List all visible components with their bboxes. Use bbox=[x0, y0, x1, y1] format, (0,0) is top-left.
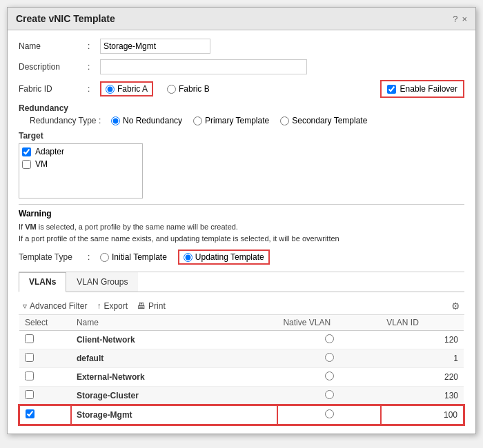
enable-failover-checkbox[interactable] bbox=[387, 85, 396, 94]
help-icon[interactable]: ? bbox=[453, 14, 457, 24]
primary-template-radio[interactable] bbox=[193, 116, 202, 125]
initial-template-radio[interactable] bbox=[100, 253, 109, 262]
updating-template-option[interactable]: Updating Template bbox=[178, 250, 270, 265]
fabric-id-label: Fabric ID bbox=[19, 84, 88, 94]
row-select-cell[interactable] bbox=[19, 387, 71, 406]
no-redundancy-label: No Redundancy bbox=[123, 116, 182, 125]
vm-checkbox[interactable] bbox=[22, 160, 31, 169]
row-checkbox[interactable] bbox=[25, 334, 34, 343]
native-vlan-radio[interactable] bbox=[325, 353, 334, 362]
row-vlan-id-cell: 220 bbox=[381, 368, 464, 387]
advanced-filter-btn[interactable]: ▿ Advanced Filter bbox=[23, 301, 87, 311]
export-btn[interactable]: ↑ Export bbox=[97, 301, 128, 311]
row-name-cell: Storage-Mgmt bbox=[71, 405, 278, 425]
row-select-cell[interactable] bbox=[19, 331, 71, 349]
redundancy-label: Redundancy bbox=[19, 103, 464, 113]
warning-line1: If VM is selected, a port profile by the… bbox=[19, 221, 464, 233]
enable-failover-container: Enable Failover bbox=[380, 80, 464, 98]
secondary-template-label: Secondary Template bbox=[292, 116, 367, 125]
row-select-cell[interactable] bbox=[19, 349, 71, 368]
description-label: Description bbox=[19, 62, 88, 72]
warning-line2: If a port profile of the same name exist… bbox=[19, 233, 464, 245]
row-checkbox[interactable] bbox=[26, 409, 34, 418]
create-vnic-dialog: Create vNIC Template ? × Name : Descript… bbox=[7, 7, 476, 434]
fabric-b-radio[interactable] bbox=[167, 85, 176, 94]
fabric-a-radio[interactable] bbox=[106, 85, 115, 94]
initial-template-label: Initial Template bbox=[112, 252, 167, 262]
fabric-id-row: Fabric ID : Fabric A Fabric B Enable Fai… bbox=[19, 80, 464, 98]
native-vlan-radio[interactable] bbox=[325, 390, 334, 399]
row-native-vlan-cell[interactable] bbox=[277, 331, 381, 349]
name-label: Name bbox=[19, 41, 88, 51]
settings-icon[interactable]: ⚙ bbox=[451, 301, 460, 312]
updating-template-radio[interactable] bbox=[184, 253, 193, 262]
native-vlan-radio[interactable] bbox=[325, 409, 334, 418]
table-row: Client-Network120 bbox=[19, 331, 464, 349]
no-redundancy-radio[interactable] bbox=[111, 116, 120, 125]
description-row: Description : bbox=[19, 59, 464, 74]
row-vlan-id-cell: 100 bbox=[381, 405, 464, 425]
adapter-label: Adapter bbox=[35, 147, 64, 156]
redundancy-type-label: Redundancy Type bbox=[30, 116, 99, 125]
row-checkbox[interactable] bbox=[25, 371, 34, 380]
export-icon: ↑ bbox=[97, 301, 101, 311]
no-redundancy-option[interactable]: No Redundancy bbox=[111, 116, 182, 125]
table-row: default1 bbox=[19, 349, 464, 368]
dialog-title: Create vNIC Template bbox=[16, 13, 115, 24]
row-vlan-id-cell: 120 bbox=[381, 331, 464, 349]
native-vlan-radio[interactable] bbox=[325, 371, 334, 380]
redundancy-type-row: Redundancy Type : No Redundancy Primary … bbox=[19, 116, 464, 125]
row-select-cell[interactable] bbox=[19, 405, 71, 425]
fabric-b-label: Fabric B bbox=[179, 84, 210, 94]
primary-template-option[interactable]: Primary Template bbox=[193, 116, 269, 125]
vm-option: VM bbox=[22, 159, 139, 169]
row-native-vlan-cell[interactable] bbox=[277, 405, 381, 425]
secondary-template-radio[interactable] bbox=[280, 116, 289, 125]
row-select-cell[interactable] bbox=[19, 368, 71, 387]
col-header-name: Name bbox=[71, 315, 278, 331]
native-vlan-radio[interactable] bbox=[325, 334, 334, 343]
row-checkbox[interactable] bbox=[25, 390, 34, 399]
enable-failover-label: Enable Failover bbox=[400, 84, 457, 94]
vm-label: VM bbox=[35, 159, 48, 169]
warning-section: Warning If VM is selected, a port profil… bbox=[19, 204, 464, 244]
adapter-checkbox[interactable] bbox=[22, 147, 31, 156]
col-header-vlan-id: VLAN ID bbox=[381, 315, 464, 331]
row-native-vlan-cell[interactable] bbox=[277, 349, 381, 368]
dialog-body: Name : Description : Fabric ID : Fabric bbox=[8, 30, 475, 434]
template-type-label: Template Type bbox=[19, 252, 88, 262]
advanced-filter-label: Advanced Filter bbox=[30, 301, 87, 311]
primary-template-label: Primary Template bbox=[205, 116, 269, 125]
print-label: Print bbox=[148, 301, 166, 311]
adapter-option: Adapter bbox=[22, 147, 139, 156]
fabric-b-option[interactable]: Fabric B bbox=[167, 84, 210, 94]
col-header-native-vlan: Native VLAN bbox=[277, 315, 381, 331]
initial-template-option[interactable]: Initial Template bbox=[100, 252, 167, 262]
name-input[interactable] bbox=[100, 39, 210, 54]
close-icon[interactable]: × bbox=[462, 14, 467, 24]
redundancy-section: Redundancy Redundancy Type : No Redundan… bbox=[19, 103, 464, 125]
print-btn[interactable]: 🖶 Print bbox=[137, 301, 166, 311]
template-type-row: Template Type : Initial Template Updatin… bbox=[19, 250, 464, 265]
vlan-table: Select Name Native VLAN VLAN ID Client-N… bbox=[19, 315, 464, 425]
row-native-vlan-cell[interactable] bbox=[277, 368, 381, 387]
table-row: Storage-Mgmt100 bbox=[19, 405, 464, 425]
target-box: Adapter VM bbox=[19, 143, 143, 198]
updating-template-label: Updating Template bbox=[195, 252, 264, 262]
row-checkbox[interactable] bbox=[25, 353, 34, 362]
tab-vlan-groups[interactable]: VLAN Groups bbox=[66, 272, 138, 292]
fabric-a-label: Fabric A bbox=[117, 84, 148, 94]
warning-text: If VM is selected, a port profile by the… bbox=[19, 221, 464, 244]
tabs-section: VLANs VLAN Groups ▿ Advanced Filter ↑ Ex… bbox=[19, 272, 464, 425]
print-icon: 🖶 bbox=[137, 301, 146, 311]
row-name-cell: Client-Network bbox=[71, 331, 278, 349]
row-name-cell: External-Network bbox=[71, 368, 278, 387]
description-input[interactable] bbox=[100, 59, 307, 74]
secondary-template-option[interactable]: Secondary Template bbox=[280, 116, 367, 125]
warning-title: Warning bbox=[19, 209, 464, 218]
row-native-vlan-cell[interactable] bbox=[277, 387, 381, 406]
tab-vlans[interactable]: VLANs bbox=[19, 272, 66, 292]
export-label: Export bbox=[103, 301, 128, 311]
fabric-a-option[interactable]: Fabric A bbox=[100, 81, 153, 96]
filter-icon: ▿ bbox=[23, 301, 27, 311]
